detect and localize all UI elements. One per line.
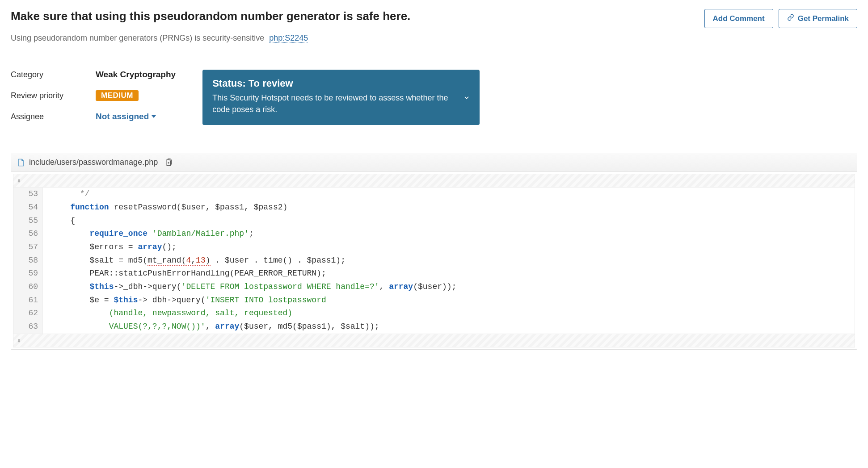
line-number: 57 bbox=[13, 241, 43, 254]
link-icon bbox=[787, 14, 794, 23]
issue-subtitle-row: Using pseudorandom number generators (PR… bbox=[11, 33, 857, 43]
code-file-bar: include/users/passwordmanage.php bbox=[11, 153, 857, 172]
line-number: 56 bbox=[13, 227, 43, 241]
add-comment-label: Add Comment bbox=[713, 14, 765, 23]
line-number: 62 bbox=[13, 307, 43, 320]
code-line: 55 { bbox=[13, 214, 855, 228]
status-panel[interactable]: Status: To review This Security Hotspot … bbox=[202, 70, 480, 125]
code-line: 58 $salt = md5(mt_rand(4,13) . $user . t… bbox=[13, 254, 855, 267]
code-source: $e = $this->_dbh->query('INSERT INTO los… bbox=[43, 294, 326, 307]
code-body: ⇳ 53 */54 function resetPassword($user, … bbox=[13, 174, 855, 347]
file-icon bbox=[17, 159, 25, 167]
code-source: VALUES(?,?,?,NOW())', array($user, md5($… bbox=[43, 320, 379, 334]
code-panel: include/users/passwordmanage.php ⇳ 53 */… bbox=[11, 153, 857, 350]
get-permalink-label: Get Permalink bbox=[798, 14, 849, 23]
chevron-down-icon bbox=[463, 94, 470, 100]
line-number: 63 bbox=[13, 320, 43, 334]
status-title: Status: To review bbox=[212, 78, 453, 89]
get-permalink-button[interactable]: Get Permalink bbox=[779, 9, 857, 28]
code-source: PEAR::staticPushErrorHandling(PEAR_ERROR… bbox=[43, 267, 326, 280]
expand-above[interactable]: ⇳ bbox=[13, 174, 855, 188]
code-line: 56 require_once 'Damblan/Mailer.php'; bbox=[13, 227, 855, 241]
header-actions: Add Comment Get Permalink bbox=[704, 9, 858, 28]
line-number: 54 bbox=[13, 201, 43, 214]
meta-row: Category Weak Cryptography Review priori… bbox=[11, 70, 857, 125]
code-line: 57 $errors = array(); bbox=[13, 241, 855, 254]
code-source: require_once 'Damblan/Mailer.php'; bbox=[43, 227, 254, 241]
expand-icon: ⇳ bbox=[17, 336, 21, 345]
line-number: 55 bbox=[13, 214, 43, 228]
priority-value-wrap: MEDIUM bbox=[96, 90, 176, 101]
rule-key-link[interactable]: php:S2245 bbox=[269, 33, 308, 43]
code-source: $errors = array(); bbox=[43, 241, 177, 254]
priority-label: Review priority bbox=[11, 91, 87, 100]
code-line: 53 */ bbox=[13, 188, 855, 201]
meta-grid: Category Weak Cryptography Review priori… bbox=[11, 70, 176, 121]
code-line: 59 PEAR::staticPushErrorHandling(PEAR_ER… bbox=[13, 267, 855, 280]
add-comment-button[interactable]: Add Comment bbox=[704, 9, 773, 28]
status-body: This Security Hotspot needs to be review… bbox=[212, 92, 453, 115]
assignee-label: Assignee bbox=[11, 112, 87, 121]
assignee-value-wrap: Not assigned bbox=[96, 112, 176, 121]
issue-header: Make sure that using this pseudorandom n… bbox=[11, 9, 857, 28]
line-number: 58 bbox=[13, 254, 43, 267]
code-line: 54 function resetPassword($user, $pass1,… bbox=[13, 201, 855, 214]
file-path: include/users/passwordmanage.php bbox=[29, 158, 158, 167]
issue-title: Make sure that using this pseudorandom n… bbox=[11, 9, 410, 24]
issue-subtitle: Using pseudorandom number generators (PR… bbox=[11, 33, 264, 42]
line-number: 60 bbox=[13, 280, 43, 294]
code-source: $this->_dbh->query('DELETE FROM lostpass… bbox=[43, 280, 456, 294]
code-source: $salt = md5(mt_rand(4,13) . $user . time… bbox=[43, 254, 346, 267]
assignee-value: Not assigned bbox=[96, 112, 149, 121]
code-source: */ bbox=[43, 188, 89, 201]
open-new-window-icon[interactable] bbox=[165, 159, 172, 167]
line-number: 61 bbox=[13, 294, 43, 307]
code-line: 60 $this->_dbh->query('DELETE FROM lostp… bbox=[13, 280, 855, 294]
category-value: Weak Cryptography bbox=[96, 70, 176, 79]
code-line: 63 VALUES(?,?,?,NOW())', array($user, md… bbox=[13, 320, 855, 334]
assignee-dropdown[interactable]: Not assigned bbox=[96, 112, 156, 121]
code-source: (handle, newpassword, salt, requested) bbox=[43, 307, 292, 320]
expand-below[interactable]: ⇳ bbox=[13, 334, 855, 347]
code-source: { bbox=[43, 214, 75, 228]
code-line: 62 (handle, newpassword, salt, requested… bbox=[13, 307, 855, 320]
expand-icon: ⇳ bbox=[17, 176, 21, 185]
line-number: 53 bbox=[13, 188, 43, 201]
category-label: Category bbox=[11, 70, 87, 79]
code-lines: 53 */54 function resetPassword($user, $p… bbox=[13, 188, 855, 334]
caret-down-icon bbox=[152, 115, 156, 118]
priority-badge: MEDIUM bbox=[96, 90, 139, 101]
line-number: 59 bbox=[13, 267, 43, 280]
code-line: 61 $e = $this->_dbh->query('INSERT INTO … bbox=[13, 294, 855, 307]
code-source: function resetPassword($user, $pass1, $p… bbox=[43, 201, 287, 214]
